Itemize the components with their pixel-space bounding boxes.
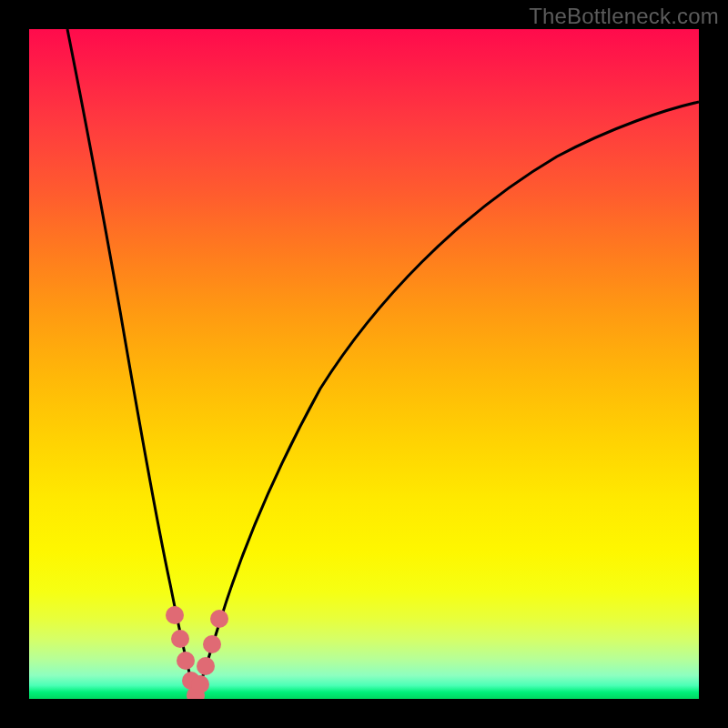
trough-dot — [171, 630, 189, 648]
right-branch — [196, 102, 699, 698]
trough-dot — [197, 657, 215, 675]
plot-area — [29, 29, 699, 699]
trough-dot — [166, 606, 184, 624]
trough-dot — [203, 635, 221, 653]
trough-dot — [177, 652, 195, 670]
trough-marker-group — [166, 606, 228, 699]
trough-dot — [210, 610, 228, 628]
watermark-text: TheBottleneck.com — [529, 4, 719, 29]
curve-layer — [29, 29, 699, 699]
left-branch — [67, 29, 196, 698]
trough-dot — [191, 675, 209, 693]
chart-frame: TheBottleneck.com — [0, 0, 728, 728]
